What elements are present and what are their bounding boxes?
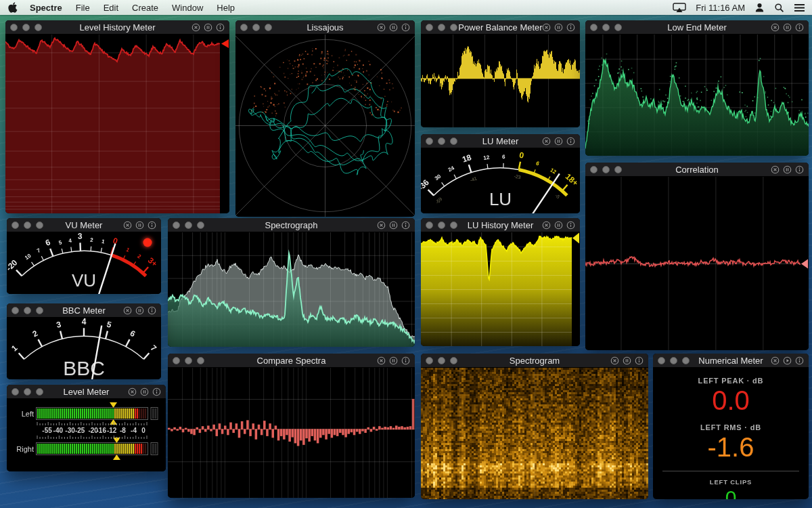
menu-item-spectre[interactable]: Spectre (23, 3, 69, 13)
info-icon[interactable] (401, 356, 410, 365)
titlebar[interactable]: VU Meter (7, 218, 161, 232)
pause-icon[interactable] (135, 221, 144, 230)
window-lights[interactable] (12, 307, 48, 314)
traffic-light[interactable] (173, 357, 180, 364)
window-lights[interactable] (426, 137, 462, 145)
close-icon[interactable] (771, 356, 780, 365)
traffic-light[interactable] (24, 388, 31, 396)
traffic-light[interactable] (450, 221, 457, 229)
traffic-light[interactable] (12, 307, 19, 314)
info-icon[interactable] (795, 165, 804, 174)
traffic-light[interactable] (36, 388, 43, 396)
close-icon[interactable] (377, 221, 386, 230)
titlebar[interactable]: Low End Meter (585, 20, 809, 35)
play-icon[interactable] (783, 356, 792, 365)
traffic-light[interactable] (265, 24, 272, 31)
traffic-light[interactable] (682, 357, 690, 364)
info-icon[interactable] (148, 306, 156, 315)
titlebar[interactable]: Lissajous (235, 20, 415, 35)
pause-icon[interactable] (204, 23, 212, 32)
close-icon[interactable] (123, 221, 132, 230)
traffic-light[interactable] (658, 357, 665, 364)
pause-icon[interactable] (554, 137, 563, 146)
info-icon[interactable] (566, 23, 575, 32)
close-icon[interactable] (123, 306, 132, 315)
menu-item-window[interactable]: Window (165, 3, 210, 13)
traffic-light[interactable] (24, 307, 31, 314)
traffic-light[interactable] (12, 388, 19, 396)
window-lights[interactable] (10, 24, 47, 31)
search-icon[interactable] (774, 3, 784, 13)
traffic-light[interactable] (450, 357, 457, 364)
window-lights[interactable] (658, 357, 694, 364)
menu-item-file[interactable]: File (69, 3, 97, 13)
info-icon[interactable] (566, 137, 575, 146)
traffic-light[interactable] (240, 24, 248, 31)
titlebar[interactable]: Compare Spectra (168, 354, 415, 368)
traffic-light[interactable] (185, 357, 192, 364)
titlebar[interactable]: Level History Meter (5, 20, 229, 35)
traffic-light[interactable] (670, 357, 677, 364)
info-icon[interactable] (152, 387, 161, 396)
traffic-light[interactable] (12, 221, 19, 229)
titlebar[interactable]: Correlation (585, 163, 809, 177)
pause-icon[interactable] (623, 356, 631, 365)
pause-icon[interactable] (783, 23, 792, 32)
titlebar[interactable]: Numerical Meter (653, 354, 809, 368)
info-icon[interactable] (795, 356, 804, 365)
traffic-light[interactable] (438, 24, 445, 31)
notification-list-icon[interactable] (794, 3, 805, 12)
titlebar[interactable]: LU History Meter (421, 218, 580, 232)
pause-icon[interactable] (389, 356, 398, 365)
traffic-light[interactable] (10, 24, 18, 31)
traffic-light[interactable] (185, 221, 192, 229)
window-lights[interactable] (12, 221, 48, 229)
pause-icon[interactable] (135, 306, 144, 315)
traffic-light[interactable] (22, 24, 30, 31)
traffic-light[interactable] (590, 166, 597, 173)
traffic-light[interactable] (438, 357, 445, 364)
pause-icon[interactable] (389, 23, 398, 32)
user-icon[interactable] (754, 3, 765, 13)
traffic-light[interactable] (438, 221, 445, 229)
pause-icon[interactable] (554, 23, 563, 32)
pause-icon[interactable] (783, 165, 792, 174)
traffic-light[interactable] (614, 24, 622, 31)
window-lights[interactable] (12, 388, 48, 396)
airplay-display-icon[interactable] (673, 3, 686, 13)
info-icon[interactable] (566, 221, 575, 230)
pause-icon[interactable] (140, 387, 149, 396)
info-icon[interactable] (148, 221, 156, 230)
close-icon[interactable] (377, 356, 386, 365)
traffic-light[interactable] (24, 221, 31, 229)
info-icon[interactable] (635, 356, 644, 365)
apple-menu-icon[interactable] (8, 2, 18, 13)
close-icon[interactable] (542, 23, 551, 32)
info-icon[interactable] (401, 221, 410, 230)
traffic-light[interactable] (36, 221, 43, 229)
info-icon[interactable] (795, 23, 804, 32)
close-icon[interactable] (377, 23, 386, 32)
traffic-light[interactable] (173, 221, 180, 229)
traffic-light[interactable] (197, 357, 204, 364)
traffic-light[interactable] (35, 24, 42, 31)
window-lights[interactable] (590, 166, 627, 173)
menu-item-help[interactable]: Help (210, 3, 242, 13)
traffic-light[interactable] (602, 24, 610, 31)
close-icon[interactable] (191, 23, 200, 32)
menu-item-edit[interactable]: Edit (97, 3, 125, 13)
traffic-light[interactable] (590, 24, 597, 31)
window-lights[interactable] (426, 357, 462, 364)
window-lights[interactable] (426, 221, 462, 229)
close-icon[interactable] (771, 165, 780, 174)
window-lights[interactable] (240, 24, 277, 31)
close-icon[interactable] (542, 137, 551, 146)
window-lights[interactable] (590, 24, 627, 31)
traffic-light[interactable] (438, 137, 445, 145)
titlebar[interactable]: Spectrogram (421, 354, 648, 368)
close-icon[interactable] (771, 23, 780, 32)
window-lights[interactable] (426, 24, 462, 31)
traffic-light[interactable] (602, 166, 610, 173)
titlebar[interactable]: Level Meter (7, 385, 166, 399)
close-icon[interactable] (542, 221, 551, 230)
